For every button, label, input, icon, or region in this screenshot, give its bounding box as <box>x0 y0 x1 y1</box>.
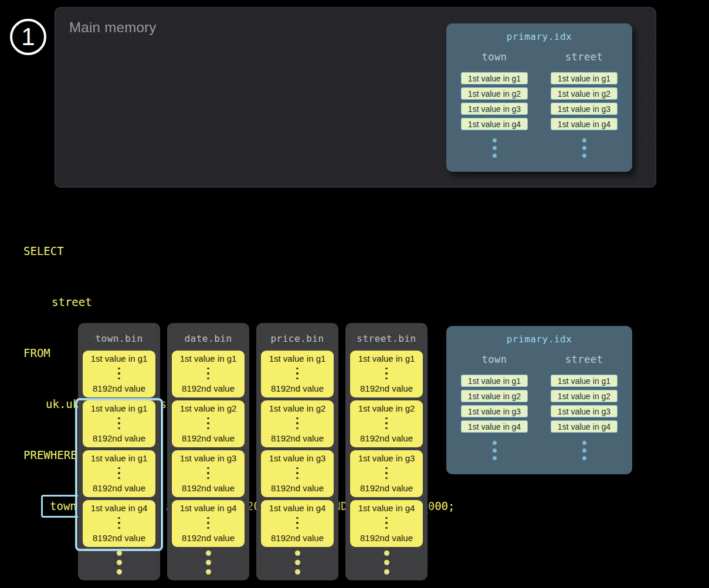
granule-last-value: 8192nd value <box>182 383 235 393</box>
granule-box: 1st value in g4 8192nd value <box>350 500 423 547</box>
granule-last-value: 8192nd value <box>93 383 145 393</box>
granule-first-value: 1st value in g2 <box>269 403 326 413</box>
granule-first-value: 1st value in g3 <box>269 453 326 463</box>
ellipsis-dots-icon <box>167 550 249 579</box>
index-entry: 1st value in g3 <box>461 103 528 115</box>
granule-box: 1st value in g2 8192nd value <box>261 400 334 447</box>
granule-ellipsis-icon <box>296 515 298 531</box>
index-column-header-town: town <box>482 354 507 365</box>
granule-last-value: 8192nd value <box>93 533 145 543</box>
granule-box: 1st value in g3 8192nd value <box>172 450 245 497</box>
granule-last-value: 8192nd value <box>271 483 324 493</box>
granule-ellipsis-icon <box>385 366 388 381</box>
column-file-town-bin: town.bin 1st value in g1 8192nd value 1s… <box>78 323 160 580</box>
granule-first-value: 1st value in g3 <box>180 453 237 463</box>
bin-title: price.bin <box>256 323 338 344</box>
main-memory-title: Main memory <box>69 19 157 36</box>
index-entry: 1st value in g2 <box>551 87 618 100</box>
bin-title: street.bin <box>345 323 428 344</box>
granule-ellipsis-icon <box>118 465 120 481</box>
granule-first-value: 1st value in g1 <box>180 354 237 363</box>
granule-first-value: 1st value in g3 <box>358 453 415 463</box>
granule-last-value: 8192nd value <box>182 483 235 493</box>
column-file-price-bin: price.bin 1st value in g1 8192nd value 1… <box>256 323 338 580</box>
granule-box: 1st value in g1 8192nd value <box>83 450 155 497</box>
granule-box: 1st value in g1 8192nd value <box>350 351 423 397</box>
granule-first-value: 1st value in g4 <box>358 503 415 513</box>
granule-box: 1st value in g1 8192nd value <box>261 351 334 397</box>
primary-index-panel-memory: primary.idx town 1st value in g1 1st val… <box>446 23 632 172</box>
granule-first-value: 1st value in g1 <box>358 354 415 363</box>
granule-last-value: 8192nd value <box>360 483 413 493</box>
index-column-street: street 1st value in g1 1st value in g2 1… <box>548 354 620 464</box>
index-entry: 1st value in g4 <box>461 420 528 433</box>
ellipsis-dots-icon <box>493 138 497 161</box>
index-entry: 1st value in g1 <box>551 375 618 387</box>
granule-last-value: 8192nd value <box>93 483 145 493</box>
granule-first-value: 1st value in g2 <box>180 403 237 413</box>
diagram-canvas: 1 Main memory primary.idx town 1st value… <box>0 0 709 588</box>
granule-ellipsis-icon <box>207 366 209 381</box>
granule-ellipsis-icon <box>296 366 298 381</box>
bin-title: town.bin <box>78 323 160 344</box>
ellipsis-dots-icon <box>582 138 586 161</box>
granule-last-value: 8192nd value <box>93 433 145 443</box>
granule-ellipsis-icon <box>296 465 298 481</box>
index-column-town: town 1st value in g1 1st value in g2 1st… <box>459 51 530 161</box>
granule-ellipsis-icon <box>118 515 120 531</box>
index-entry: 1st value in g1 <box>551 72 618 84</box>
granule-first-value: 1st value in g2 <box>358 403 415 413</box>
granule-ellipsis-icon <box>385 515 388 531</box>
granule-box: 1st value in g4 8192nd value <box>172 500 245 547</box>
ellipsis-dots-icon <box>256 550 338 579</box>
index-entry: 1st value in g4 <box>551 118 618 130</box>
granule-ellipsis-icon <box>118 416 120 431</box>
primary-index-title: primary.idx <box>446 326 632 345</box>
granule-last-value: 8192nd value <box>360 383 413 393</box>
granule-first-value: 1st value in g1 <box>269 354 326 363</box>
granule-last-value: 8192nd value <box>360 533 413 543</box>
granule-box: 1st value in g2 8192nd value <box>350 400 423 447</box>
index-entry: 1st value in g4 <box>461 118 528 130</box>
index-column-street: street 1st value in g1 1st value in g2 1… <box>548 51 620 161</box>
primary-index-title: primary.idx <box>446 23 632 42</box>
granule-box: 1st value in g4 8192nd value <box>261 500 334 547</box>
granule-first-value: 1st value in g1 <box>91 403 148 413</box>
granule-first-value: 1st value in g4 <box>91 503 148 513</box>
granule-first-value: 1st value in g1 <box>91 453 148 463</box>
granule-last-value: 8192nd value <box>182 433 235 443</box>
granule-last-value: 8192nd value <box>271 533 324 543</box>
ellipsis-dots-icon <box>78 550 160 579</box>
granule-ellipsis-icon <box>385 416 388 431</box>
granule-box: 1st value in g4 8192nd value <box>83 500 155 547</box>
granule-ellipsis-icon <box>207 416 209 431</box>
ellipsis-dots-icon <box>493 441 497 464</box>
granule-box: 1st value in g2 8192nd value <box>172 400 245 447</box>
ellipsis-dots-icon <box>582 441 586 464</box>
index-entry: 1st value in g3 <box>551 103 618 115</box>
primary-index-panel-disk: primary.idx town 1st value in g1 1st val… <box>446 326 632 474</box>
granule-last-value: 8192nd value <box>271 383 324 393</box>
column-file-date-bin: date.bin 1st value in g1 8192nd value 1s… <box>167 323 249 580</box>
granule-first-value: 1st value in g4 <box>180 503 237 513</box>
granule-last-value: 8192nd value <box>360 433 413 443</box>
granule-first-value: 1st value in g4 <box>269 503 326 513</box>
granule-box: 1st value in g1 8192nd value <box>172 351 245 397</box>
index-column-header-street: street <box>565 51 603 63</box>
granule-box: 1st value in g1 8192nd value <box>83 400 155 447</box>
step-number-badge: 1 <box>10 19 46 55</box>
granule-ellipsis-icon <box>118 366 120 381</box>
granule-box: 1st value in g3 8192nd value <box>350 450 423 497</box>
granule-last-value: 8192nd value <box>271 433 324 443</box>
index-entry: 1st value in g2 <box>551 390 618 402</box>
granule-last-value: 8192nd value <box>182 533 235 543</box>
granule-ellipsis-icon <box>207 465 209 481</box>
index-column-header-town: town <box>482 51 507 63</box>
granule-box: 1st value in g1 8192nd value <box>83 351 155 397</box>
index-entry: 1st value in g3 <box>461 405 528 417</box>
granule-box: 1st value in g3 8192nd value <box>261 450 334 497</box>
index-entry: 1st value in g1 <box>461 375 528 387</box>
index-entry: 1st value in g4 <box>551 420 618 433</box>
column-file-street-bin: street.bin 1st value in g1 8192nd value … <box>345 323 428 580</box>
index-entry: 1st value in g1 <box>461 72 528 84</box>
